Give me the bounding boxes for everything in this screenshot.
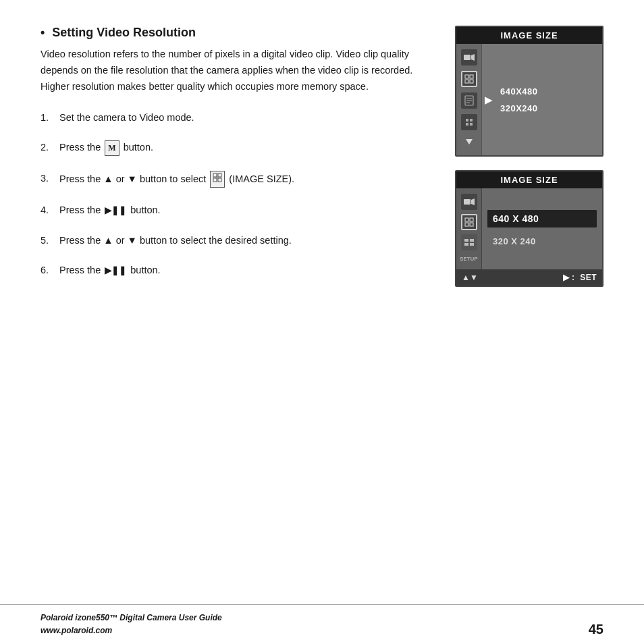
intro-paragraph: Video resolution refers to the number of… (41, 47, 419, 95)
bullet-point: • (41, 26, 45, 40)
step-6-num: 6. (41, 263, 59, 277)
svg-rect-20 (464, 199, 471, 205)
panel-2-sidebar: SETUP (456, 188, 482, 269)
step-4: 4. Press the ▶❚❚ button. (41, 203, 419, 217)
play-pause-icon-1: ▶❚❚ (105, 204, 126, 217)
grid-icon (210, 171, 225, 188)
small-squares-icon (461, 234, 477, 250)
resolution-640x480-p1: 640X480 (500, 85, 595, 98)
panel-1-arrow-down (466, 136, 473, 150)
svg-rect-22 (465, 218, 468, 221)
svg-rect-0 (213, 173, 217, 177)
set-label: ▶ : SET (563, 273, 597, 282)
step-1-num: 1. (41, 110, 59, 125)
svg-rect-10 (465, 80, 468, 83)
video-svg-2 (464, 198, 475, 206)
triangle-down (466, 139, 473, 144)
small-squares-svg (464, 239, 474, 246)
svg-rect-18 (466, 123, 468, 126)
resolution-640x480-p2: 640 X 480 (487, 210, 597, 227)
up-down-arrows: ▲▼ (462, 273, 478, 282)
active-icon-row (456, 71, 481, 87)
step-4-text: Press the ▶❚❚ button. (59, 203, 419, 217)
panels-area: IMAGE SIZE (455, 26, 603, 287)
step-2-num: 2. (41, 140, 59, 155)
svg-rect-2 (213, 178, 217, 182)
title-text: Setting Video Resolution (52, 26, 196, 39)
page-number: 45 (589, 622, 603, 637)
resolution-320x240-p1: 320X240 (500, 102, 595, 115)
svg-rect-26 (464, 239, 468, 242)
video-cam-icon-2 (461, 194, 477, 210)
panel-2-footer: ▲▼ ▶ : SET (456, 269, 602, 286)
film-svg (464, 95, 474, 106)
svg-rect-9 (470, 75, 473, 78)
step-4-num: 4. (41, 203, 59, 217)
step-1: 1. Set the camera to Video mode. (41, 110, 419, 125)
right-arrow: ▶ (485, 95, 492, 105)
panel-1-body: ▶ 640X480 320X240 (456, 44, 602, 155)
step-3-text: Press the ▲ or ▼ button to select (IMAGE… (59, 171, 419, 188)
m-button-icon: M (105, 140, 119, 156)
svg-marker-21 (471, 198, 475, 205)
panel-2-header: IMAGE SIZE (456, 171, 602, 188)
video-cam-icon (461, 49, 477, 65)
step-5-num: 5. (41, 233, 59, 248)
resolution-320x240-p2: 320 X 240 (487, 234, 597, 248)
step-5: 5. Press the ▲ or ▼ button to select the… (41, 233, 419, 248)
step-3: 3. Press the ▲ or ▼ button to select (41, 171, 419, 188)
grid-cam-icon-2 (461, 214, 477, 230)
svg-rect-17 (470, 119, 473, 122)
step-6: 6. Press the ▶❚❚ button. (41, 263, 419, 277)
svg-rect-8 (465, 75, 468, 78)
step-2: 2. Press the M button. (41, 140, 419, 155)
grid-cam-svg (464, 74, 474, 84)
page-footer: Polaroid izone550™ Digital Camera User G… (0, 604, 644, 644)
right-arrow-indicator: ▶ (482, 44, 493, 155)
svg-rect-19 (470, 123, 473, 126)
step-1-text: Set the camera to Video mode. (59, 110, 419, 125)
setup-label: SETUP (460, 256, 478, 262)
intro-text: Video resolution refers to the number of… (41, 49, 412, 92)
svg-rect-24 (465, 223, 468, 226)
camera-panel-1: IMAGE SIZE (455, 26, 603, 157)
svg-rect-6 (464, 55, 471, 60)
camera-panel-2: IMAGE SIZE (455, 170, 603, 287)
step-2-text: Press the M button. (59, 140, 419, 155)
play-pause-icon-2: ▶❚❚ (105, 264, 126, 277)
svg-rect-1 (218, 173, 221, 177)
svg-rect-3 (218, 178, 221, 182)
step-5-text: Press the ▲ or ▼ button to select the de… (59, 233, 419, 248)
svg-rect-11 (470, 80, 473, 83)
url-text: www.polaroid.com (41, 624, 222, 637)
footer-brand: Polaroid izone550™ Digital Camera User G… (41, 612, 222, 637)
svg-rect-25 (470, 223, 473, 226)
grid-cam-svg-2 (464, 217, 474, 227)
panel-1-sidebar (456, 44, 482, 155)
film-icon (461, 92, 477, 109)
svg-marker-7 (471, 54, 475, 61)
svg-rect-27 (470, 239, 474, 242)
brand-text: Polaroid izone550™ Digital Camera User G… (41, 612, 222, 624)
video-svg (464, 53, 475, 61)
panel-2-resolutions: 640 X 480 320 X 240 (482, 188, 602, 269)
grid-svg (213, 173, 222, 182)
svg-rect-16 (466, 119, 468, 122)
steps-list: 1. Set the camera to Video mode. 2. Pres… (41, 110, 419, 293)
grid-cam-icon (461, 71, 477, 87)
step-6-text: Press the ▶❚❚ button. (59, 263, 419, 277)
panel-2-body: SETUP 640 X 480 320 X 240 (456, 188, 602, 269)
svg-rect-23 (470, 218, 473, 221)
step-3-num: 3. (41, 171, 59, 186)
panel-1-resolutions: 640X480 320X240 (493, 44, 602, 155)
svg-rect-28 (464, 243, 468, 246)
panel-1-header: IMAGE SIZE (456, 27, 602, 44)
small-grid-svg (465, 118, 473, 126)
small-grid-icon (461, 114, 477, 130)
svg-rect-29 (470, 243, 474, 246)
